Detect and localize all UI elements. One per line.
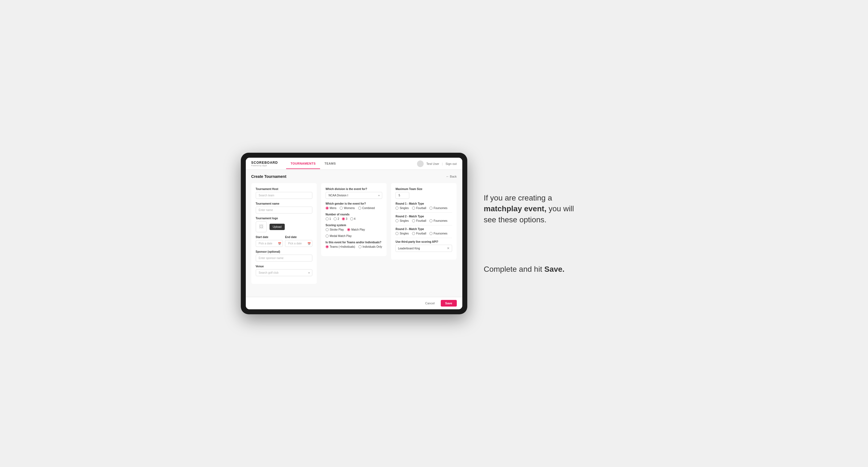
round-3-label: 3 [346, 217, 347, 220]
gender-mens[interactable]: Mens [326, 207, 336, 210]
teams-radio-group: Teams (+Individuals) Individuals Only [326, 245, 382, 248]
max-team-label: Maximum Team Size [396, 188, 452, 191]
round-3[interactable]: 3 [342, 217, 347, 220]
round1-singles-radio[interactable] [396, 207, 399, 210]
round-4-radio[interactable] [350, 217, 353, 220]
api-value: Leaderboard King [398, 247, 420, 250]
end-date-group: End date 📅 [285, 236, 312, 247]
teams-radio[interactable] [326, 245, 329, 248]
rounds-radio-group: 1 2 3 [326, 217, 382, 220]
division-select[interactable]: NCAA Division I NCAA Division II NCAA Di… [326, 192, 382, 199]
tournament-logo-label: Tournament logo [256, 217, 312, 220]
gender-combined[interactable]: Combined [358, 207, 375, 210]
round-1[interactable]: 1 [326, 217, 331, 220]
form-col1: Tournament Host Tournament name Tourname… [251, 183, 317, 284]
form-col3: Maximum Team Size Round 1 - Match Type S… [391, 183, 457, 259]
start-date-wrap: 📅 [256, 240, 283, 247]
tournament-name-input[interactable] [256, 207, 312, 214]
round1-foursomes-radio[interactable] [429, 207, 432, 210]
round2-singles-radio[interactable] [396, 219, 399, 222]
scoring-stroke-radio[interactable] [326, 228, 329, 231]
header-right: Test User | Sign out [417, 160, 457, 167]
back-link[interactable]: ← Back [446, 175, 457, 178]
gender-label: Which gender is the event for? [326, 202, 382, 205]
end-date-wrap: 📅 [285, 240, 312, 247]
round1-foursomes[interactable]: Foursomes [429, 207, 447, 210]
date-row: Start date 📅 End date [256, 236, 312, 247]
annotation-bottom-text1: Complete and hit [484, 265, 544, 273]
gender-radio-group: Mens Womens Combined [326, 207, 382, 210]
round1-singles[interactable]: Singles [396, 207, 409, 210]
annotation-right: If you are creating a matchplay event, y… [484, 192, 583, 275]
round-2[interactable]: 2 [334, 217, 339, 220]
sign-out-link[interactable]: Sign out [445, 162, 457, 165]
round3-match-section: Round 3 - Match Type Singles Fourball [396, 227, 452, 235]
round2-foursomes[interactable]: Foursomes [429, 219, 447, 222]
round2-foursomes-radio[interactable] [429, 219, 432, 222]
gender-mens-radio[interactable] [326, 207, 329, 210]
max-team-input[interactable] [396, 192, 409, 199]
round3-fourball-radio[interactable] [412, 232, 415, 235]
sponsor-label: Sponsor (optional) [256, 250, 312, 253]
round2-fourball-radio[interactable] [412, 219, 415, 222]
scoring-stroke-play[interactable]: Stroke Play [326, 228, 344, 231]
gender-combined-radio[interactable] [358, 207, 361, 210]
round-2-label: 2 [338, 217, 339, 220]
teams-option[interactable]: Teams (+Individuals) [326, 245, 355, 248]
round-2-radio[interactable] [334, 217, 337, 220]
gender-womens-radio[interactable] [340, 207, 343, 210]
round1-fourball[interactable]: Fourball [412, 207, 426, 210]
page-header: Create Tournament ← Back [251, 174, 457, 179]
cancel-button[interactable]: Cancel [422, 300, 438, 307]
round1-match-section: Round 1 - Match Type Singles Fourball [396, 202, 452, 210]
round3-foursomes-radio[interactable] [429, 232, 432, 235]
venue-group: Venue [256, 265, 312, 276]
divider-1 [396, 212, 452, 213]
round1-singles-label: Singles [400, 207, 409, 210]
round-4[interactable]: 4 [350, 217, 356, 220]
round3-foursomes[interactable]: Foursomes [429, 232, 447, 235]
tournament-host-group: Tournament Host [256, 188, 312, 199]
scoring-medal-match[interactable]: Medal Match Play [326, 235, 351, 238]
scoring-medal-radio[interactable] [326, 235, 329, 238]
nav-tab-teams[interactable]: TEAMS [320, 158, 340, 169]
api-tag[interactable]: Leaderboard King ✕ [396, 245, 452, 252]
individuals-radio[interactable] [359, 245, 362, 248]
round1-radio-group: Singles Fourball Foursomes [396, 207, 452, 210]
save-button[interactable]: Save [441, 300, 457, 307]
annotation-top: If you are creating a matchplay event, y… [484, 192, 583, 225]
individuals-option[interactable]: Individuals Only [359, 245, 382, 248]
scoring-match-radio[interactable] [347, 228, 350, 231]
scoring-match-play[interactable]: Match Play [347, 228, 365, 231]
gender-womens[interactable]: Womens [340, 207, 354, 210]
page-title: Create Tournament [251, 174, 286, 179]
gender-womens-label: Womens [344, 207, 354, 210]
api-remove-icon[interactable]: ✕ [447, 246, 450, 250]
round3-fourball[interactable]: Fourball [412, 232, 426, 235]
dates-group: Start date 📅 End date [256, 236, 312, 247]
calendar-icon: 📅 [278, 242, 281, 245]
tablet-screen: SCOREBOARD Powered by clippit TOURNAMENT… [246, 158, 462, 309]
round2-singles[interactable]: Singles [396, 219, 409, 222]
round3-singles-label: Singles [400, 232, 409, 235]
tournament-host-input[interactable] [256, 192, 312, 199]
round3-radio-group: Singles Fourball Foursomes [396, 232, 452, 235]
round1-fourball-radio[interactable] [412, 207, 415, 210]
round2-fourball[interactable]: Fourball [412, 219, 426, 222]
round3-singles[interactable]: Singles [396, 232, 409, 235]
round-1-radio[interactable] [326, 217, 329, 220]
round1-fourball-label: Fourball [416, 207, 426, 210]
nav-tab-tournaments[interactable]: TOURNAMENTS [286, 158, 320, 169]
round3-singles-radio[interactable] [396, 232, 399, 235]
scoring-stroke-label: Stroke Play [330, 228, 344, 231]
round-4-label: 4 [354, 217, 356, 220]
upload-button[interactable]: Upload [270, 224, 285, 230]
sponsor-input[interactable] [256, 255, 312, 261]
division-select-wrapper: NCAA Division I NCAA Division II NCAA Di… [326, 192, 382, 199]
round2-foursomes-label: Foursomes [434, 219, 447, 222]
round2-radio-group: Singles Fourball Foursomes [396, 219, 452, 222]
venue-input[interactable] [256, 269, 312, 276]
round3-label: Round 3 - Match Type [396, 227, 452, 230]
gender-mens-label: Mens [330, 207, 336, 210]
round-3-radio[interactable] [342, 217, 345, 220]
